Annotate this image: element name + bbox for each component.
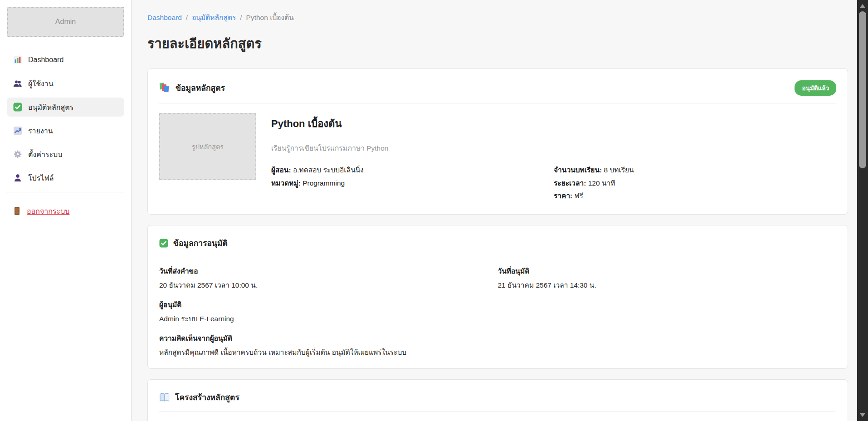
sidebar-item-approve-courses[interactable]: อนุมัติหลักสูตร xyxy=(7,98,124,117)
course-info-card: ข้อมูลหลักสูตร อนุมัติแล้ว รูปหลักสูตร P… xyxy=(147,69,848,215)
bar-chart-icon xyxy=(13,55,22,64)
approval-info-card-header: ข้อมูลการอนุมัติ xyxy=(159,234,836,257)
approve-date-field: วันที่อนุมัติ 21 ธันวาคม 2567 เวลา 14:30… xyxy=(498,267,837,290)
sidebar-item-label: อนุมัติหลักสูตร xyxy=(28,102,73,113)
sidebar-item-reports[interactable]: รายงาน xyxy=(7,121,124,140)
sidebar-item-profile[interactable]: โปรไฟล์ xyxy=(7,168,124,187)
approver-comment-label: ความคิดเห็นจากผู้อนุมัติ xyxy=(159,334,836,343)
course-price-label: ราคา: xyxy=(554,192,572,200)
approval-dates-grid: วันที่ส่งคำขอ 20 ธันวาคม 2567 เวลา 10:00… xyxy=(159,267,836,290)
course-image-placeholder-label: รูปหลักสูตร xyxy=(192,142,224,152)
books-icon xyxy=(159,83,171,93)
sidebar-item-label: รายงาน xyxy=(28,125,53,137)
sidebar-item-settings[interactable]: ตั้งค่าระบบ xyxy=(7,145,124,164)
request-date-value: 20 ธันวาคม 2567 เวลา 10:00 น. xyxy=(159,281,498,290)
scrollbar-up-arrow[interactable] xyxy=(857,1,868,11)
course-instructor-label: ผู้สอน: xyxy=(271,166,291,174)
course-title: Python เบื้องต้น xyxy=(271,116,836,132)
vertical-scrollbar[interactable] xyxy=(857,0,868,421)
approve-date-label: วันที่อนุมัติ xyxy=(498,267,837,276)
sidebar: Admin Dashboard ผู้ใช้งาน xyxy=(0,0,132,421)
course-info-right-column: จำนวนบทเรียน: 8 บทเรียน ระยะเวลา: 120 นา… xyxy=(554,164,836,203)
users-icon xyxy=(13,79,22,88)
course-info-left-column: ผู้สอน: อ.ทดสอบ ระบบอีเลินนิ่ง หมวดหมู่:… xyxy=(271,164,554,203)
request-date-label: วันที่ส่งคำขอ xyxy=(159,267,498,276)
course-info-body: รูปหลักสูตร Python เบื้องต้น เรียนรู้การ… xyxy=(159,103,836,203)
course-category-value: Programming xyxy=(302,179,345,187)
door-icon xyxy=(13,206,21,215)
approval-info-body: วันที่ส่งคำขอ 20 ธันวาคม 2567 เวลา 10:00… xyxy=(159,257,836,357)
course-details: Python เบื้องต้น เรียนรู้การเขียนโปรแกรม… xyxy=(271,113,836,203)
course-price-row: ราคา: ฟรี xyxy=(554,190,836,203)
course-lessons-label: จำนวนบทเรียน: xyxy=(554,166,602,174)
sidebar-item-label: ตั้งค่าระบบ xyxy=(28,149,62,160)
approver-comment-value: หลักสูตรมีคุณภาพดี เนื้อหาครบถ้วน เหมาะส… xyxy=(159,348,836,357)
course-description: เรียนรู้การเขียนโปรแกรมภาษา Python xyxy=(271,142,836,154)
sidebar-item-users[interactable]: ผู้ใช้งาน xyxy=(7,74,124,93)
course-price-value: ฟรี xyxy=(575,192,583,200)
course-lessons-row: จำนวนบทเรียน: 8 บทเรียน xyxy=(554,164,836,177)
approval-info-card-title: ข้อมูลการอนุมัติ xyxy=(173,237,228,250)
breadcrumb-link-dashboard[interactable]: Dashboard xyxy=(147,14,182,21)
sidebar-item-dashboard[interactable]: Dashboard xyxy=(7,50,124,69)
course-image-placeholder: รูปหลักสูตร xyxy=(159,113,256,180)
course-info-card-header: ข้อมูลหลักสูตร อนุมัติแล้ว xyxy=(159,78,836,103)
sidebar-item-label: Dashboard xyxy=(28,56,63,64)
request-date-field: วันที่ส่งคำขอ 20 ธันวาคม 2567 เวลา 10:00… xyxy=(159,267,498,290)
course-duration-row: ระยะเวลา: 120 นาที xyxy=(554,177,836,190)
check-icon xyxy=(13,103,22,112)
course-category-label: หมวดหมู่: xyxy=(271,179,301,187)
breadcrumb-link-approve-courses[interactable]: อนุมัติหลักสูตร xyxy=(192,14,236,21)
approver-value: Admin ระบบ E-Learning xyxy=(159,314,836,323)
scrollbar-down-arrow[interactable] xyxy=(857,410,868,420)
course-duration-value: 120 นาที xyxy=(588,179,615,187)
course-instructor-value: อ.ทดสอบ ระบบอีเลินนิ่ง xyxy=(293,166,364,174)
scrollbar-thumb[interactable] xyxy=(859,11,866,168)
main-content: Dashboard/อนุมัติหลักสูตร/Python เบื้องต… xyxy=(132,0,857,421)
approver-label: ผู้อนุมัติ xyxy=(159,300,836,309)
sidebar-item-label: ผู้ใช้งาน xyxy=(28,78,54,89)
logout-button[interactable]: ออกจากระบบ xyxy=(7,201,124,220)
up-triangle-icon xyxy=(860,4,865,8)
course-info-card-title: ข้อมูลหลักสูตร xyxy=(176,82,225,94)
line-chart-icon xyxy=(13,126,22,135)
sidebar-divider xyxy=(6,192,125,192)
sidebar-item-label: โปรไฟล์ xyxy=(28,172,54,184)
down-triangle-icon xyxy=(860,413,865,417)
open-book-icon xyxy=(159,392,170,402)
course-structure-card-title: โครงสร้างหลักสูตร xyxy=(175,391,239,404)
breadcrumb-separator: / xyxy=(186,14,188,21)
brand-placeholder: Admin xyxy=(7,7,124,37)
status-badge: อนุมัติแล้ว xyxy=(795,80,836,96)
course-duration-label: ระยะเวลา: xyxy=(554,179,586,187)
course-lessons-value: 8 บทเรียน xyxy=(604,166,634,174)
person-icon xyxy=(13,173,22,182)
course-category-row: หมวดหมู่: Programming xyxy=(271,177,554,190)
brand-label: Admin xyxy=(55,18,76,26)
course-instructor-row: ผู้สอน: อ.ทดสอบ ระบบอีเลินนิ่ง xyxy=(271,164,554,177)
approve-date-value: 21 ธันวาคม 2567 เวลา 14:30 น. xyxy=(498,281,837,290)
check-icon xyxy=(159,239,168,248)
logout-label: ออกจากระบบ xyxy=(27,206,69,217)
sidebar-nav: Dashboard ผู้ใช้งาน อนุมัติหลักสูตร xyxy=(0,50,131,187)
approver-field: ผู้อนุมัติ Admin ระบบ E-Learning xyxy=(159,300,836,323)
breadcrumb-separator: / xyxy=(240,14,242,21)
breadcrumb: Dashboard/อนุมัติหลักสูตร/Python เบื้องต… xyxy=(147,13,848,22)
approver-comment-field: ความคิดเห็นจากผู้อนุมัติ หลักสูตรมีคุณภา… xyxy=(159,334,836,357)
approval-info-card: ข้อมูลการอนุมัติ วันที่ส่งคำขอ 20 ธันวาค… xyxy=(147,225,848,369)
breadcrumb-current: Python เบื้องต้น xyxy=(246,14,294,21)
gear-icon xyxy=(13,150,22,159)
course-structure-card: โครงสร้างหลักสูตร xyxy=(147,379,848,421)
page-title: รายละเอียดหลักสูตร xyxy=(147,33,848,54)
course-info-grid: ผู้สอน: อ.ทดสอบ ระบบอีเลินนิ่ง หมวดหมู่:… xyxy=(271,164,836,203)
course-structure-card-header: โครงสร้างหลักสูตร xyxy=(159,388,836,411)
